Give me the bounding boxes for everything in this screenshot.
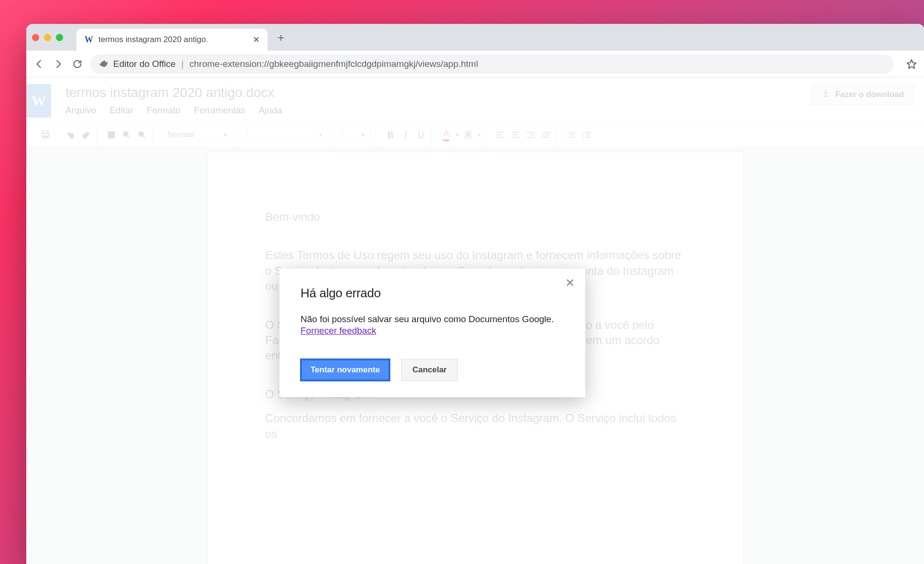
bookmark-star-icon[interactable] [905,58,918,70]
svg-rect-5 [108,131,114,138]
redo-icon[interactable] [80,129,92,141]
tab-strip: W termos instagram 2020 antigo. ✕ ＋ [26,24,924,51]
font-size-selector[interactable]: ▾ [342,127,371,143]
bulleted-list-icon[interactable] [581,129,592,141]
zoom-out-icon[interactable] [136,129,148,141]
style-selector-value: Normal [168,130,194,140]
chevron-down-icon[interactable]: ▾ [478,132,481,138]
align-right-icon[interactable] [525,129,537,141]
window-minimize-button[interactable] [44,34,51,41]
numbered-list-icon[interactable]: 123 [566,129,577,141]
doc-paragraph: Concordamos em fornecer a você o Serviço… [265,411,686,442]
chevron-down-icon: ▾ [362,131,365,138]
window-maximize-button[interactable] [56,34,63,41]
undo-icon[interactable] [65,129,76,141]
address-bar[interactable]: Editor do Office | chrome-extension://gb… [90,54,894,74]
zoom-in-icon[interactable] [121,129,132,141]
address-url: chrome-extension://gbkeegbaiigmenfmjfclc… [190,59,478,69]
doc-title[interactable]: termos instagram 2020 antigo.docx [65,85,282,100]
browser-window: W termos instagram 2020 antigo. ✕ ＋ Edit… [26,24,924,564]
menu-ferramentas[interactable]: Ferramentas [194,105,246,116]
svg-point-13 [583,137,584,138]
editor-menu: Arquivo Editar Formato Ferramentas Ajuda [65,105,282,116]
text-color-icon[interactable]: A [441,129,452,141]
fit-icon[interactable] [106,129,117,141]
underline-icon[interactable]: U [415,129,427,141]
menu-arquivo[interactable]: Arquivo [65,105,96,116]
chevron-down-icon[interactable]: ▾ [456,132,459,138]
nav-back-button[interactable] [33,58,45,70]
nav-reload-button[interactable] [71,58,84,70]
menu-ajuda[interactable]: Ajuda [259,105,282,116]
download-button[interactable]: Fazer o download [811,84,914,105]
chevron-down-icon: ▾ [224,131,227,138]
doc-type-icon: W [26,84,51,118]
browser-tab[interactable]: W termos instagram 2020 antigo. ✕ [76,29,268,51]
dialog-title: Há algo errado [301,286,564,301]
error-dialog: ✕ Há algo errado Não foi possível salvar… [279,269,585,397]
font-family-selector[interactable]: ▾ [247,127,328,143]
extension-icon [99,58,107,69]
doc-meta: termos instagram 2020 antigo.docx Arquiv… [65,84,282,116]
align-left-icon[interactable] [494,129,506,141]
svg-point-11 [583,132,584,133]
tab-close-icon[interactable]: ✕ [253,34,260,45]
browser-toolbar: Editor do Office | chrome-extension://gb… [26,51,924,77]
dialog-buttons: Tentar novamente Cancelar [301,359,564,381]
menu-formato[interactable]: Formato [147,105,181,116]
download-icon [821,89,830,101]
highlight-color-icon[interactable]: A [462,129,474,141]
chevron-down-icon: ▾ [319,131,322,138]
doc-paragraph: Bem-vindo [265,209,686,225]
editor-header: W termos instagram 2020 antigo.docx Arqu… [26,77,924,120]
svg-text:3: 3 [568,136,569,139]
nav-forward-button[interactable] [52,58,64,70]
address-label: Editor do Office [113,59,176,69]
new-tab-button[interactable]: ＋ [272,29,290,46]
bold-icon[interactable]: B [385,129,396,141]
align-justify-icon[interactable] [540,129,552,141]
tab-favicon: W [84,35,94,44]
download-label: Fazer o download [835,90,904,99]
menu-editar[interactable]: Editar [109,105,133,116]
dialog-close-icon[interactable]: ✕ [565,277,575,289]
address-separator: | [182,59,184,69]
align-center-icon[interactable] [510,129,521,141]
style-selector[interactable]: Normal ▾ [161,127,233,143]
dialog-message: Não foi possível salvar seu arquivo como… [301,314,564,325]
window-controls [32,34,63,41]
window-close-button[interactable] [32,34,39,41]
tab-title: termos instagram 2020 antigo. [98,35,248,44]
svg-point-12 [583,134,584,136]
print-icon[interactable] [40,129,51,141]
svg-rect-1 [823,96,829,97]
format-toolbar: Normal ▾ ▾ ▾ B I U [26,122,924,147]
cancel-button[interactable]: Cancelar [401,359,458,381]
app-viewport: W termos instagram 2020 antigo.docx Arqu… [26,77,924,564]
svg-marker-0 [907,59,916,68]
feedback-link[interactable]: Fornecer feedback [301,325,376,336]
italic-icon[interactable]: I [400,129,411,141]
retry-button[interactable]: Tentar novamente [301,359,390,381]
